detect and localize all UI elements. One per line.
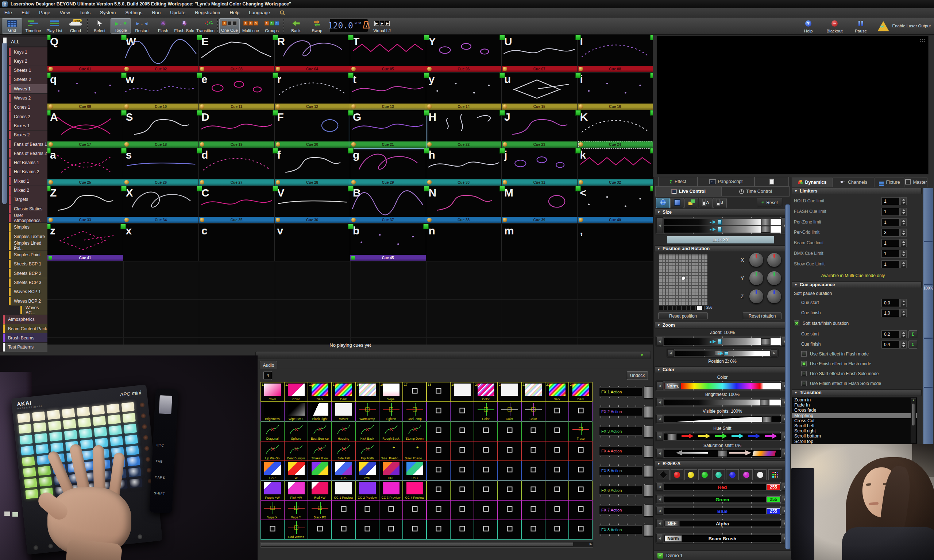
limiter-value[interactable]: 1	[882, 239, 900, 247]
fx-cell[interactable]	[450, 500, 474, 520]
cue-strip[interactable]: Cue 11	[199, 103, 274, 110]
blue-slider[interactable]: ◀Blue255▶	[655, 506, 789, 516]
slider-left-arrow[interactable]: ◀	[657, 432, 663, 441]
fx-page-count[interactable]: 4	[264, 371, 272, 380]
swap-button[interactable]: Swap	[307, 18, 327, 34]
tab-master[interactable]: Master	[905, 178, 928, 187]
fx-cell[interactable]	[545, 422, 569, 441]
beam-brush-slider[interactable]: ◀Beam BrushNorm▶	[655, 533, 789, 544]
menu-edit[interactable]: Edit	[22, 10, 29, 15]
fx-cell[interactable]: CAP	[260, 461, 284, 480]
cue-strip[interactable]: Cue 17	[48, 142, 123, 148]
cue-strip[interactable]: Cue 25	[48, 179, 123, 186]
help-button[interactable]: ?Help	[798, 18, 819, 34]
slider-handle[interactable]	[718, 450, 727, 457]
color-slider[interactable]: ◀Norm.▶	[655, 380, 789, 391]
fx-action-handle[interactable]	[644, 426, 654, 437]
cue-strip[interactable]: Cue 05	[350, 66, 426, 72]
cue-strip[interactable]: Cue 08	[578, 66, 653, 72]
layers-button[interactable]	[684, 198, 698, 208]
sidebar-item-sheets-bcp-3[interactable]: Sheets BCP 3	[9, 278, 48, 287]
fx-cell[interactable]	[379, 500, 403, 520]
undock-button[interactable]: Undock	[627, 371, 648, 380]
cue-strip[interactable]: Cue 02	[123, 66, 199, 72]
cue-strip[interactable]: Cue 20	[275, 142, 350, 148]
cue-strip[interactable]: Cue 32	[578, 179, 653, 186]
slider-mode-box[interactable]: OFF	[664, 521, 680, 526]
sidebar-item-waves-bc-[interactable]: Waves BC...	[20, 306, 48, 315]
sidebar-item-boxes-1[interactable]: Boxes 1	[9, 121, 48, 130]
fx-cell[interactable]: AYR	[355, 461, 379, 480]
fx-cell[interactable]	[427, 520, 450, 540]
slider-left-arrow[interactable]: ◀	[657, 398, 663, 406]
fx-cell[interactable]: 21	[498, 382, 521, 402]
cue-cell-cue-18[interactable]: SCue 18	[123, 110, 199, 148]
zoom-slider[interactable]: ◀▶	[655, 336, 789, 347]
fx-action-slider[interactable]: FX 5 Action	[599, 465, 654, 477]
cue-strip[interactable]: Cue 45	[350, 255, 426, 261]
menu-file[interactable]: File	[5, 10, 12, 15]
fx-cell[interactable]: Black Light	[308, 402, 331, 422]
toggle-button[interactable]: ▶↔■Toggle	[111, 18, 131, 34]
cue-cell-cue-14[interactable]: yCue 14	[426, 72, 502, 111]
slider-track[interactable]: AlphaOFF	[664, 521, 781, 526]
rotation-knob-z-a[interactable]	[749, 289, 763, 303]
globe-button[interactable]	[656, 198, 670, 208]
sidebar-item-fans-of-beams-1[interactable]: Fans of Beams 1	[9, 140, 48, 149]
fx-cell[interactable]: 15	[355, 382, 379, 402]
fx-cell[interactable]	[498, 461, 521, 480]
slider-left-arrow[interactable]: ◀	[657, 519, 663, 527]
reset-rotation-button[interactable]: Reset rotation	[743, 312, 781, 319]
fx-cell[interactable]: CC 3 Preview	[379, 480, 403, 500]
fx-cell[interactable]: Beat Bounce	[308, 422, 331, 441]
cue-cell-cue-11[interactable]: eCue 11	[199, 72, 275, 111]
limiter-spinner[interactable]	[900, 250, 907, 258]
cue-cell-cue-23[interactable]: JCue 23	[502, 110, 578, 148]
cue-strip[interactable]: Cue 09	[48, 103, 123, 110]
transition-item-cross-fade[interactable]: Cross fade	[792, 408, 917, 413]
cue-strip[interactable]: Cue 36	[275, 217, 350, 223]
tab-audio[interactable]: Audio	[260, 361, 277, 369]
visible-points-slider[interactable]: ◀▶	[655, 414, 789, 424]
limiter-value[interactable]: 1	[882, 260, 900, 268]
fx-cell[interactable]: Purple +W	[260, 480, 284, 500]
fx-cell[interactable]	[427, 402, 450, 422]
slider-marker-tab[interactable]	[718, 227, 722, 232]
limiter-value[interactable]: 1	[882, 250, 900, 258]
sidebar-item-waves-2[interactable]: Waves 2	[9, 94, 48, 103]
cue-cell-cue-35[interactable]: CCue 35	[199, 186, 275, 224]
fx-cell[interactable]: Rad Waves	[284, 520, 308, 540]
sidebar-item-atmospherics[interactable]: Atmospherics	[3, 315, 48, 324]
limiter-spinner[interactable]	[900, 197, 907, 205]
red-slider[interactable]: ◀Red255▶	[655, 482, 789, 492]
slider-a-button[interactable]: A	[699, 198, 712, 208]
limiter-spinner[interactable]	[900, 260, 907, 268]
cue-duration-value[interactable]: 0.0	[882, 299, 900, 307]
cue-duration-spinner[interactable]	[900, 309, 907, 317]
fx-cell[interactable]: 23Dark	[545, 382, 569, 402]
cue-cell-cue-06[interactable]: YCue 06	[426, 35, 502, 72]
transition-item-scroll-left[interactable]: Scroll Left	[792, 423, 917, 428]
transition-item-zoom-in[interactable]: Zoom in	[792, 397, 917, 403]
sidebar-item-fans-of-beams-2[interactable]: Fans of Beams 2	[9, 149, 48, 158]
slider-right-arrow[interactable]: ▶	[771, 349, 777, 357]
fx-action-handle[interactable]	[644, 386, 654, 398]
menu-run[interactable]: Run	[152, 10, 160, 15]
limiter-spinner[interactable]	[900, 229, 907, 237]
cue-cell-cue-08[interactable]: ICue 08	[578, 35, 653, 72]
fx-cell[interactable]	[403, 500, 427, 520]
fx-cell[interactable]	[427, 480, 450, 500]
slider-track[interactable]: Green255	[664, 497, 781, 502]
cue-cell-cue-39[interactable]: MCue 39	[502, 186, 578, 224]
fx-cell[interactable]: 14Dark	[331, 382, 355, 402]
fx-cell[interactable]	[498, 441, 521, 461]
menu-view[interactable]: View	[60, 10, 70, 15]
fx-cell[interactable]	[355, 520, 379, 540]
cue-strip[interactable]: Cue 34	[123, 217, 199, 223]
fx-cell[interactable]	[474, 480, 498, 500]
sidebar-item-simples-texture[interactable]: Simples Texture	[9, 232, 48, 241]
fx-cell[interactable]	[474, 461, 498, 480]
section-cue-appearance[interactable]: ▼Cue appearance	[792, 282, 922, 288]
slider-handle[interactable]	[762, 416, 772, 422]
fx-cell[interactable]	[521, 422, 545, 441]
